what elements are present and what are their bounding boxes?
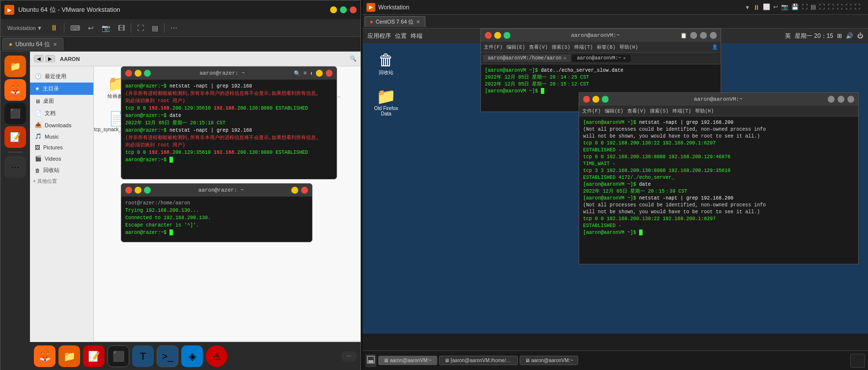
- terminal2-minimize[interactable]: [135, 187, 141, 194]
- terminal1-close[interactable]: ✕: [125, 70, 132, 77]
- bg-menu-edit[interactable]: 编辑(E): [506, 44, 525, 51]
- terminal1-maximize[interactable]: [144, 70, 151, 77]
- trash-desktop-icon[interactable]: 🗑 回收站: [366, 48, 406, 79]
- ubuntu-tab[interactable]: ● Ubuntu 64 位 ✕: [2, 38, 63, 51]
- small-terminal-close[interactable]: ✕: [583, 96, 590, 103]
- small-terminal-max[interactable]: [602, 96, 609, 103]
- small-terminal-close2[interactable]: ✕: [847, 96, 854, 103]
- toolbar-icon-3[interactable]: 📷: [781, 3, 788, 11]
- fm-desktop[interactable]: 🖥 桌面: [30, 95, 93, 107]
- fm-pictures[interactable]: 🖼 Pictures: [30, 142, 93, 153]
- sidebar-files-icon[interactable]: 📁: [4, 56, 26, 77]
- toolbar-icon-11[interactable]: ⛶: [854, 3, 860, 11]
- workstation-menu-left[interactable]: Workstation ▼: [4, 23, 45, 33]
- minimize-button[interactable]: —: [330, 6, 337, 13]
- pause-icon-right[interactable]: ⏸: [753, 3, 760, 11]
- tab-home-tilde[interactable]: aaron@aaronVM:~ ✕: [572, 55, 630, 62]
- terminal1-collapse-icon[interactable]: ⬆: [309, 70, 313, 77]
- bg-terminal-min2[interactable]: [690, 32, 697, 39]
- small-terminal-min[interactable]: [592, 96, 599, 103]
- toolbar-icon-8[interactable]: ⛶: [828, 3, 834, 11]
- sidebar-text-icon[interactable]: 📝: [4, 126, 26, 148]
- volume-icon-centos[interactable]: 🔊: [846, 32, 853, 39]
- close-button[interactable]: ✕: [350, 6, 357, 13]
- small-terminal-min2[interactable]: [828, 96, 835, 103]
- taskbar-terminal[interactable]: ⬛: [108, 345, 129, 367]
- st-menu-search[interactable]: 搜索(S): [650, 108, 669, 114]
- terminal-menu-label[interactable]: 终端: [411, 32, 422, 40]
- fm-forward-btn[interactable]: ▶: [45, 55, 55, 62]
- take-snapshot-left[interactable]: 📷: [99, 22, 113, 34]
- maximize-button[interactable]: □: [340, 6, 347, 13]
- terminal1-menu-icon[interactable]: ≡: [304, 70, 307, 76]
- fullscreen-left[interactable]: ⛶: [134, 22, 147, 34]
- power-icon-centos[interactable]: ⏻: [857, 32, 863, 39]
- bg-menu-help[interactable]: 帮助(H): [619, 44, 638, 51]
- toolbar-icon-4[interactable]: 💾: [791, 3, 799, 11]
- terminal1-search-icon[interactable]: 🔍: [294, 70, 301, 77]
- sidebar-firefox-icon[interactable]: 🦊: [4, 79, 26, 101]
- terminal1-close2[interactable]: ✕: [326, 70, 333, 77]
- small-terminal-max2[interactable]: [838, 96, 844, 103]
- terminal2-close2[interactable]: ✕: [301, 187, 308, 194]
- fm-trash[interactable]: 🗑 回收站: [30, 164, 93, 176]
- taskbar-terminal2[interactable]: >_: [157, 345, 178, 367]
- bg-menu-view[interactable]: 查看(V): [529, 44, 548, 51]
- taskbar-item-2[interactable]: 🖥 [aaron@aaronVM:/home/a...: [439, 356, 518, 365]
- terminal2-close[interactable]: ✕: [125, 187, 132, 194]
- taskbar-item-3[interactable]: 🖥 aaron@aaronVM:~: [520, 356, 579, 365]
- toolbar-icon-6[interactable]: ▤: [811, 3, 816, 11]
- fm-downloads[interactable]: 📥 Downloads: [30, 119, 93, 131]
- toolbar-icon-2[interactable]: ↩: [773, 3, 778, 11]
- bg-menu-file[interactable]: 文件(F): [484, 44, 503, 51]
- firefox-data-icon[interactable]: 📁 Old Firefox Data: [366, 84, 406, 119]
- terminal2-maximize[interactable]: [144, 187, 151, 194]
- restore-snapshot-left[interactable]: ↩: [85, 22, 97, 34]
- fm-home[interactable]: ★ 主目录: [30, 83, 93, 95]
- sidebar-more-icon[interactable]: ⋯: [4, 156, 26, 178]
- taskbar-show-desktop[interactable]: [365, 354, 376, 367]
- taskbar-texteditor[interactable]: 📝: [83, 345, 105, 367]
- tab2-close[interactable]: ✕: [623, 56, 625, 61]
- fm-documents[interactable]: 📄 文档: [30, 107, 93, 119]
- show-all-apps-btn[interactable]: ⋯: [341, 351, 357, 362]
- toolbar-icon-9[interactable]: ⛶: [837, 3, 842, 11]
- taskbar-files[interactable]: 📁: [58, 345, 80, 367]
- sidebar-terminal-icon[interactable]: ⬛: [4, 103, 26, 124]
- terminal2-min2[interactable]: [291, 187, 298, 194]
- st-menu-edit[interactable]: 编辑(E): [605, 108, 623, 114]
- bg-menu-search[interactable]: 搜索(S): [552, 44, 570, 51]
- pause-btn-left[interactable]: ⏸: [47, 22, 61, 34]
- toolbar-icon-7[interactable]: ⛶: [819, 3, 825, 11]
- st-menu-terminal[interactable]: 终端(T): [672, 108, 691, 114]
- fm-back-btn[interactable]: ◀: [34, 55, 44, 62]
- st-menu-view[interactable]: 查看(V): [627, 108, 646, 114]
- bg-terminal-close2[interactable]: ✕: [710, 32, 717, 39]
- fm-recent[interactable]: 🕐 最近使用: [30, 70, 93, 83]
- taskbar-item-1[interactable]: 🖥 aaron@aaronVM:~: [378, 356, 437, 365]
- right-title-dropdown[interactable]: ▼: [745, 4, 750, 10]
- taskbar-resize-btn[interactable]: [850, 354, 865, 368]
- toolbar-icon-1[interactable]: ⬜: [763, 3, 770, 11]
- terminal1-minimize[interactable]: [135, 70, 141, 77]
- places-menu-label[interactable]: 位置: [395, 32, 407, 40]
- centos-tab[interactable]: ● CentOS 7 64 位 ✕: [364, 16, 425, 27]
- st-menu-help[interactable]: 帮助(H): [695, 108, 714, 114]
- toolbar-icon-5[interactable]: ⛶: [802, 3, 808, 11]
- tab-home-aaron[interactable]: aaron@aaronVM:/home/aaron ✕: [483, 55, 571, 62]
- bg-terminal-close[interactable]: ✕: [485, 32, 492, 39]
- tab-close-icon[interactable]: ✕: [53, 42, 57, 47]
- toolbar-icon-10[interactable]: ⛶: [845, 3, 851, 11]
- send-ctrl-alt-del-left[interactable]: ⌨: [67, 22, 83, 34]
- taskbar-firefox[interactable]: 🦊: [34, 345, 56, 367]
- bg-terminal-expand[interactable]: 📋: [680, 32, 687, 39]
- fm-videos[interactable]: 🎬 Videos: [30, 153, 93, 164]
- centos-tab-close[interactable]: ✕: [416, 19, 420, 25]
- bg-terminal-min[interactable]: [494, 32, 501, 39]
- st-menu-file[interactable]: 文件(F): [582, 108, 601, 114]
- taskbar-typora[interactable]: T: [132, 345, 154, 367]
- more-left[interactable]: ⋯: [168, 22, 180, 34]
- fm-music[interactable]: 🎵 Music: [30, 131, 93, 142]
- taskbar-warning[interactable]: ⚠: [206, 345, 227, 367]
- bg-menu-terminal[interactable]: 终端(T): [574, 44, 593, 51]
